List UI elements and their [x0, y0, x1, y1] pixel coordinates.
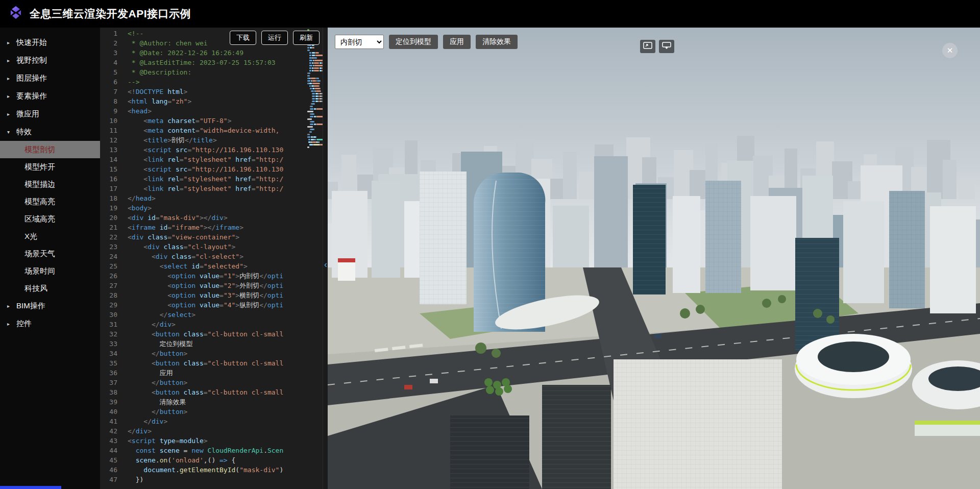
- apply-button[interactable]: 应用: [443, 35, 471, 49]
- line-number: 34: [100, 349, 125, 358]
- chevron-right-icon: ▸: [7, 58, 16, 63]
- sidebar-item[interactable]: ▸BIM操作: [0, 297, 100, 315]
- code-line: * @LastEditTime: 2023-07-25 15:57:03: [128, 58, 323, 67]
- line-number: 12: [100, 135, 125, 145]
- screenshot-icon-button[interactable]: [640, 40, 655, 53]
- locate-model-button[interactable]: 定位到模型: [389, 35, 438, 49]
- sidebar-item[interactable]: ▸控件: [0, 315, 100, 333]
- cut-type-select[interactable]: 内剖切: [335, 35, 384, 49]
- close-button[interactable]: ✕: [942, 43, 958, 58]
- line-number: 39: [100, 397, 125, 407]
- render-viewport[interactable]: 内剖切 定位到模型应用清除效果: [328, 28, 980, 489]
- line-number: 42: [100, 426, 125, 436]
- line-number: 2: [100, 38, 125, 48]
- page-title: 全息三维云渲染开发API接口示例: [30, 7, 191, 21]
- sidebar-item[interactable]: ▸微应用: [0, 105, 100, 123]
- line-number: 8: [100, 96, 125, 106]
- code-line: <button class="cl-button cl-small: [128, 358, 323, 368]
- sidebar-item[interactable]: ▸视野控制: [0, 52, 100, 69]
- sidebar-scrollbar[interactable]: [0, 486, 61, 489]
- sidebar-subitem[interactable]: 模型炸开: [0, 158, 100, 176]
- city-scene[interactable]: [328, 28, 980, 489]
- line-number: 11: [100, 126, 125, 135]
- line-number: 35: [100, 358, 125, 368]
- sidebar-subitem[interactable]: X光: [0, 228, 100, 245]
- chevron-right-icon: ▸: [7, 76, 16, 81]
- download-button[interactable]: 下载: [230, 31, 256, 45]
- sidebar-item-label: BIM操作: [16, 301, 45, 311]
- viewer-icon-buttons: [640, 40, 674, 53]
- sidebar-item[interactable]: ▸图层操作: [0, 69, 100, 87]
- code-line: document.getElementById("mask-div"): [128, 465, 323, 475]
- code-line: <div class="cl-select">: [128, 252, 323, 261]
- sidebar-item[interactable]: ▸快速开始: [0, 34, 100, 52]
- sidebar-item-label: 图层操作: [16, 74, 47, 83]
- line-number: 5: [100, 67, 125, 77]
- sidebar-subitem[interactable]: 模型剖切: [0, 141, 100, 158]
- line-number: 45: [100, 455, 125, 465]
- code-line: <html lang="zh">: [128, 96, 323, 106]
- line-number: 31: [100, 320, 125, 329]
- code-line: <iframe id="iframe"></iframe>: [128, 223, 323, 232]
- app-window: 全息三维云渲染开发API接口示例 ▸快速开始▸视野控制▸图层操作▸要素操作▸微应…: [0, 0, 980, 489]
- chevron-right-icon: ▸: [7, 93, 16, 99]
- sidebar-subitem[interactable]: 场景时间: [0, 262, 100, 280]
- line-number: 33: [100, 339, 125, 349]
- line-number: 9: [100, 106, 125, 116]
- code-line: <link rel="stylesheet" href="http:/: [128, 174, 323, 184]
- sidebar-item-label: 控件: [16, 319, 32, 329]
- line-number: 36: [100, 368, 125, 378]
- editor-minimap[interactable]: [307, 29, 321, 149]
- clear-effects-button[interactable]: 清除效果: [476, 35, 518, 49]
- code-line: <option value="4">纵剖切</opti: [128, 300, 323, 310]
- sidebar-item-label: 要素操作: [16, 91, 47, 101]
- line-number: 6: [100, 77, 125, 87]
- line-number: 44: [100, 446, 125, 455]
- sidebar-menu: ▸快速开始▸视野控制▸图层操作▸要素操作▸微应用▾特效模型剖切模型炸开模型描边模…: [0, 34, 100, 333]
- line-number: 20: [100, 213, 125, 223]
- code-line: 清除效果: [128, 397, 323, 407]
- sidebar-item-label: 视野控制: [16, 56, 47, 65]
- line-number: 25: [100, 261, 125, 271]
- code-line: </select>: [128, 310, 323, 320]
- sidebar-subitem[interactable]: 科技风: [0, 280, 100, 297]
- chevron-right-icon: ▸: [7, 303, 16, 309]
- code-editor[interactable]: 1234567891011121314151617181920212223242…: [100, 28, 323, 489]
- code-line: <select id="selected">: [128, 261, 323, 271]
- logo-icon: [8, 5, 23, 22]
- sidebar-subitem[interactable]: 区域高亮: [0, 210, 100, 228]
- line-number: 17: [100, 184, 125, 193]
- code-line: <button class="cl-button cl-small: [128, 387, 323, 397]
- screenshot-icon: [643, 42, 652, 51]
- line-number: 23: [100, 242, 125, 252]
- code-line: <option value="1">内剖切</opti: [128, 271, 323, 281]
- line-number: 28: [100, 290, 125, 300]
- line-number: 21: [100, 223, 125, 232]
- sidebar-subitem[interactable]: 模型高亮: [0, 193, 100, 210]
- sidebar-subitem[interactable]: 场景天气: [0, 245, 100, 262]
- line-number: 37: [100, 378, 125, 387]
- sidebar-item-label: 微应用: [16, 109, 39, 119]
- record-icon-button[interactable]: [659, 40, 674, 53]
- run-button[interactable]: 运行: [261, 31, 288, 45]
- sidebar-item[interactable]: ▾特效: [0, 123, 100, 141]
- code-line: <title>剖切</title>: [128, 135, 323, 145]
- code-line: <link rel="stylesheet" href="http:/: [128, 184, 323, 193]
- viewer-toolbar: 内剖切 定位到模型应用清除效果: [335, 35, 518, 49]
- line-number: 22: [100, 232, 125, 242]
- refresh-button[interactable]: 刷新: [293, 31, 320, 45]
- line-number: 16: [100, 174, 125, 184]
- panel-divider: ‹: [323, 28, 328, 489]
- line-number: 30: [100, 310, 125, 320]
- line-number: 3: [100, 48, 125, 58]
- line-number: 43: [100, 436, 125, 446]
- code-line: <meta content="width=device-width,: [128, 126, 323, 135]
- code-content[interactable]: <!-- * @Author: chen wei * @Date: 2022-1…: [125, 28, 323, 489]
- sidebar-item[interactable]: ▸要素操作: [0, 87, 100, 105]
- sidebar-subitem[interactable]: 模型描边: [0, 176, 100, 193]
- line-number: 15: [100, 164, 125, 174]
- code-line: <div class="cl-layout">: [128, 242, 323, 252]
- code-line: <div id="mask-div"></div>: [128, 213, 323, 223]
- line-number: 29: [100, 300, 125, 310]
- line-number: 38: [100, 387, 125, 397]
